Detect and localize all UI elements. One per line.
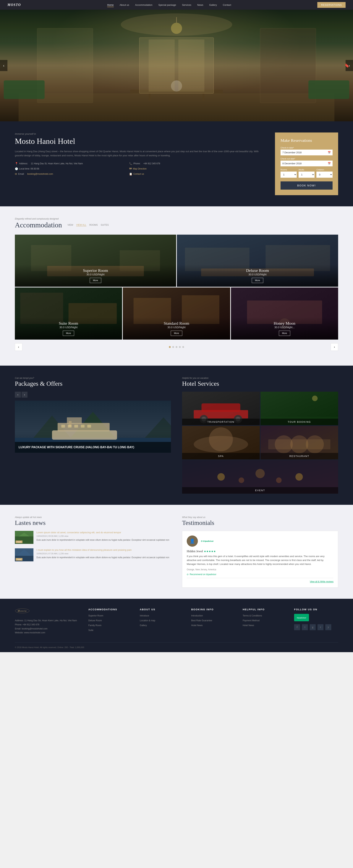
service-spa[interactable]: SPA bbox=[182, 426, 260, 459]
room-card-deluxe[interactable]: Deluxe Room 30.0 USD/Night More bbox=[177, 235, 338, 287]
recommend-link[interactable]: ⊙ Recommend on tripadvisor bbox=[187, 573, 333, 576]
children-select[interactable]: 012 bbox=[316, 172, 332, 178]
map-icon: 🗺 bbox=[129, 167, 132, 170]
carousel-dot-5[interactable] bbox=[182, 346, 184, 348]
footer-about-links: Introduce Location & map Gallery bbox=[140, 614, 184, 627]
room-card-superior[interactable]: Superior Room 30.0 USD/Night More bbox=[15, 235, 176, 287]
tab-all[interactable]: VIEW ALL bbox=[76, 224, 86, 226]
room-price-deluxe: 30.0 USD/Night bbox=[181, 273, 334, 276]
pkg-next-button[interactable]: › bbox=[22, 392, 28, 398]
checkout-input[interactable]: 8 December 2018 📅 bbox=[281, 161, 332, 166]
service-tour-booking[interactable]: TOUR BOOKING bbox=[260, 392, 338, 425]
svg-rect-7 bbox=[308, 81, 349, 99]
footer-link-payment[interactable]: Payment Method bbox=[243, 619, 259, 622]
news-thumb-1[interactable]: Travel bbox=[15, 531, 33, 544]
service-label-spa: SPA bbox=[182, 453, 260, 459]
nav-home[interactable]: Home bbox=[107, 3, 114, 7]
about-contact[interactable]: 📋 Contact us bbox=[129, 173, 241, 176]
reservation-box: Make Reservations Check-in date* 7 Decem… bbox=[275, 132, 338, 195]
carousel-next-button[interactable]: › bbox=[331, 343, 338, 351]
rooms-select[interactable]: 123 bbox=[281, 172, 297, 178]
footer-link-location[interactable]: Location & map bbox=[140, 619, 155, 622]
nav-services[interactable]: Services bbox=[182, 3, 191, 6]
footer-link-intro[interactable]: Introduction bbox=[191, 614, 203, 617]
footer-link-terms[interactable]: Terms & Conditions bbox=[243, 614, 262, 617]
footer-link-suite[interactable]: Suite bbox=[88, 629, 93, 631]
address-label: Address: bbox=[19, 162, 28, 165]
facebook-icon[interactable]: f bbox=[294, 624, 300, 630]
package-featured-card[interactable]: LUXURY PACKAGE WITH SIGNATURE CRUISE (HA… bbox=[15, 401, 171, 453]
footer-follow-us: FOLLOW US ON tripadvisor f t g r y bbox=[294, 608, 338, 635]
service-transportation[interactable]: TRANSPORTATION bbox=[182, 392, 260, 425]
footer-link-deluxe[interactable]: Deluxe Room bbox=[88, 619, 102, 622]
footer-link-superior[interactable]: Superior Room bbox=[88, 614, 103, 617]
room-card-standard[interactable]: Standard Room 30.0 USD/Night More bbox=[123, 287, 230, 340]
svg-point-66 bbox=[306, 435, 324, 454]
carousel-dot-2[interactable] bbox=[172, 346, 174, 348]
about-map[interactable]: 🗺 Map Direction bbox=[129, 167, 241, 170]
footer-link-news[interactable]: Hotel News bbox=[243, 624, 254, 627]
nav-gallery[interactable]: Gallery bbox=[209, 3, 217, 6]
tab-suites[interactable]: SUITES bbox=[101, 224, 109, 226]
room-more-suite[interactable]: More bbox=[63, 331, 74, 336]
contact-link[interactable]: Contact us bbox=[133, 173, 144, 175]
google-icon[interactable]: g bbox=[310, 624, 316, 630]
room-more-standard[interactable]: More bbox=[171, 331, 182, 336]
footer-link-family[interactable]: Family Room bbox=[88, 624, 101, 627]
footer-link-introduce[interactable]: Introduce bbox=[140, 614, 149, 617]
carousel-dot-4[interactable] bbox=[179, 346, 181, 348]
room-name-honeymoon: Honey Moon bbox=[235, 321, 334, 326]
svg-point-65 bbox=[290, 435, 308, 454]
map-direction-link[interactable]: Map Direction bbox=[133, 167, 147, 170]
book-now-button[interactable]: BOOK NOW! bbox=[281, 181, 332, 190]
carousel-dot-3[interactable] bbox=[176, 346, 177, 348]
reservations-button[interactable]: RESERVATIONS bbox=[317, 2, 346, 8]
review-name-stars: Hidden Jewel ★★★★★ bbox=[187, 550, 333, 553]
room-card-suite[interactable]: Suite Room 30.0 USD/Night More bbox=[15, 287, 122, 340]
time-value: Local time: 09:30:56 bbox=[19, 167, 39, 170]
logo[interactable]: MOSTO bbox=[7, 3, 21, 7]
pkg-prev-button[interactable]: ‹ bbox=[15, 392, 21, 398]
rss-icon[interactable]: r bbox=[318, 624, 323, 630]
svg-rect-6 bbox=[4, 81, 45, 99]
svg-point-58 bbox=[312, 396, 318, 401]
nav-contact[interactable]: Contact bbox=[223, 3, 231, 6]
nav-news[interactable]: News bbox=[197, 3, 203, 6]
navigation: MOSTO Home About us Accommodation Specia… bbox=[0, 0, 353, 10]
twitter-icon[interactable]: t bbox=[302, 624, 308, 630]
room-card-honeymoon[interactable]: Honey Moon 30.0 USD/Night... More bbox=[231, 287, 338, 340]
svg-point-61 bbox=[209, 427, 233, 452]
service-restaurant[interactable]: RESTAURANT bbox=[260, 426, 338, 459]
view-all-reviews-link[interactable]: View all & Write reviews bbox=[187, 580, 333, 583]
email-link[interactable]: booking@mostohotel.com bbox=[27, 173, 53, 175]
room-more-superior[interactable]: More bbox=[90, 278, 101, 283]
nav-accommodation[interactable]: Accommodation bbox=[135, 3, 152, 6]
footer-link-best-rate[interactable]: Best Rate Guarantee bbox=[191, 619, 212, 622]
reviewer-location: Orange, New Jersey, America bbox=[187, 568, 333, 571]
footer-link-gallery[interactable]: Gallery bbox=[140, 624, 147, 627]
checkin-input[interactable]: 7 December 2018 📅 bbox=[281, 150, 332, 155]
news-headline-1[interactable]: Lorem ipsum dolor sit amet, consectetur … bbox=[36, 531, 169, 534]
hero-prev-button[interactable]: ‹ bbox=[0, 60, 7, 71]
service-label-tour-booking: TOUR BOOKING bbox=[260, 418, 338, 425]
footer-link-hotel-news[interactable]: Hotel News bbox=[191, 624, 203, 627]
youtube-icon[interactable]: y bbox=[325, 624, 331, 630]
tab-rooms[interactable]: ROOMS bbox=[90, 224, 98, 226]
footer-helpful-info: HELPFUL INFO Terms & Conditions Payment … bbox=[243, 608, 287, 635]
carousel-dot-1[interactable] bbox=[169, 346, 171, 348]
adults-col: Adults 123 bbox=[298, 168, 315, 178]
news-thumb-2[interactable]: Travel bbox=[15, 548, 33, 561]
carousel-prev-button[interactable]: ‹ bbox=[15, 343, 22, 351]
footer-logo-svg: Mosto bbox=[15, 608, 30, 616]
hero-bookmark-icon[interactable]: 🔖 bbox=[344, 63, 349, 68]
nav-about[interactable]: About us bbox=[120, 3, 129, 6]
nav-special-package[interactable]: Special package bbox=[158, 3, 176, 6]
packages-column: Can we tempt you? Packages & Offers ‹ › bbox=[15, 377, 171, 494]
service-event[interactable]: EVENT bbox=[182, 460, 338, 494]
news-headline-2[interactable]: I must explain to you how all this mista… bbox=[36, 548, 169, 552]
adults-select[interactable]: 123 bbox=[298, 172, 315, 178]
room-more-deluxe[interactable]: More bbox=[252, 278, 263, 283]
about-time: 🕐 Local time: 09:30:56 bbox=[15, 167, 127, 170]
room-more-honeymoon[interactable]: More bbox=[279, 331, 290, 336]
about-address: 📍 Address: 11 Hang Dau St, Hoan Kiem Lak… bbox=[15, 162, 127, 165]
